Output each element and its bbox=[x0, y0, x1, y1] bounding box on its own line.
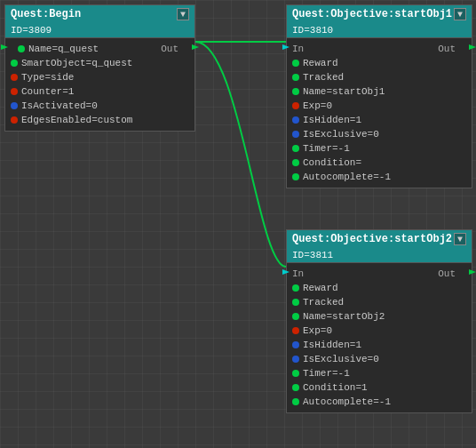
autocomplete-label-2: Autocomplete=-1 bbox=[303, 396, 391, 407]
field-name: Name=q_quest Out bbox=[5, 42, 194, 56]
svg-marker-3 bbox=[469, 44, 476, 50]
field-counter-label: Counter=1 bbox=[21, 86, 74, 97]
name-obj2-label: Name=startObj2 bbox=[303, 311, 385, 322]
quest-obj1-id: ID=3810 bbox=[287, 23, 472, 38]
dot-ishidden-1 bbox=[292, 116, 299, 124]
quest-obj2-node: Quest:Objective:startObj2 ▼ ID=3811 In O… bbox=[286, 229, 472, 413]
isexclusive-label-2: IsExclusive=0 bbox=[303, 354, 379, 364]
exp-label-1: Exp=0 bbox=[303, 100, 332, 111]
quest-begin-header: Quest:Begin ▼ bbox=[5, 5, 194, 23]
dot-isexclusive-1 bbox=[292, 131, 299, 138]
dot-isactivated bbox=[11, 102, 18, 109]
dot-condition-1 bbox=[292, 159, 299, 166]
dot-isexclusive-2 bbox=[292, 356, 299, 363]
quest-begin-menu-btn[interactable]: ▼ bbox=[177, 8, 189, 20]
out-label-2: Out bbox=[438, 268, 456, 279]
tracked-label-1: Tracked bbox=[303, 72, 344, 83]
field-type-label: Type=side bbox=[21, 72, 74, 83]
quest-obj1-menu-btn[interactable]: ▼ bbox=[454, 8, 466, 20]
quest-obj2-header: Quest:Objective:startObj2 ▼ bbox=[287, 230, 472, 248]
dot-name-obj1 bbox=[292, 88, 299, 95]
field-name-obj2: Name=startObj2 bbox=[287, 309, 472, 324]
quest-begin-id: ID=3809 bbox=[5, 23, 194, 38]
reward-label-1: Reward bbox=[303, 58, 338, 68]
quest-obj1-node: Quest:Objective:startObj1 ▼ ID=3810 In O… bbox=[286, 4, 472, 188]
dot-type bbox=[11, 74, 18, 81]
in-label-1: In bbox=[292, 44, 304, 54]
field-name-label: Name=q_quest bbox=[28, 44, 99, 54]
field-isactivated-label: IsActivated=0 bbox=[21, 100, 98, 111]
quest-obj2-body: In Out Reward Tracked Name=startObj2 Exp… bbox=[287, 263, 472, 412]
field-in-out-2: In Out bbox=[287, 267, 472, 281]
dot-name bbox=[18, 45, 25, 52]
field-isexclusive-2: IsExclusive=0 bbox=[287, 352, 472, 366]
quest-begin-title: Quest:Begin bbox=[11, 8, 81, 20]
dot-exp-2 bbox=[292, 327, 299, 334]
quest-obj1-body: In Out Reward Tracked Name=startObj1 Exp… bbox=[287, 38, 472, 188]
timer-label-1: Timer=-1 bbox=[303, 143, 350, 154]
field-counter: Counter=1 bbox=[5, 84, 194, 99]
quest-begin-body: Name=q_quest Out SmartObject=q_quest Typ… bbox=[5, 38, 194, 131]
dot-autocomplete-1 bbox=[292, 173, 299, 180]
quest-obj2-id: ID=3811 bbox=[287, 248, 472, 263]
field-exp-1: Exp=0 bbox=[287, 99, 472, 113]
field-condition-1: Condition= bbox=[287, 156, 472, 170]
field-tracked-1: Tracked bbox=[287, 70, 472, 84]
condition-label-1: Condition= bbox=[303, 157, 361, 168]
quest-obj1-header: Quest:Objective:startObj1 ▼ bbox=[287, 5, 472, 23]
exp-label-2: Exp=0 bbox=[303, 325, 332, 336]
svg-marker-5 bbox=[469, 269, 476, 275]
field-type: Type=side bbox=[5, 70, 194, 84]
condition-label-2: Condition=1 bbox=[303, 382, 368, 393]
field-isactivated: IsActivated=0 bbox=[5, 99, 194, 113]
field-edgesenabled: EdgesEnabled=custom bbox=[5, 113, 194, 127]
ishidden-label-1: IsHidden=1 bbox=[303, 115, 361, 125]
ishidden-label-2: IsHidden=1 bbox=[303, 340, 361, 350]
timer-label-2: Timer=-1 bbox=[303, 368, 350, 379]
field-isexclusive-1: IsExclusive=0 bbox=[287, 127, 472, 141]
field-autocomplete-2: Autocomplete=-1 bbox=[287, 395, 472, 409]
svg-marker-4 bbox=[282, 269, 290, 275]
dot-edgesenabled bbox=[11, 116, 18, 124]
svg-marker-2 bbox=[282, 44, 290, 50]
dot-name-obj2 bbox=[292, 313, 299, 320]
dot-timer-2 bbox=[292, 370, 299, 377]
dot-reward-2 bbox=[292, 284, 299, 292]
autocomplete-label-1: Autocomplete=-1 bbox=[303, 172, 391, 182]
dot-autocomplete-2 bbox=[292, 398, 299, 405]
field-timer-2: Timer=-1 bbox=[287, 366, 472, 380]
tracked-label-2: Tracked bbox=[303, 297, 344, 308]
reward-label-2: Reward bbox=[303, 283, 338, 293]
field-tracked-2: Tracked bbox=[287, 295, 472, 309]
field-smartobject: SmartObject=q_quest bbox=[5, 56, 194, 70]
field-reward-1: Reward bbox=[287, 56, 472, 70]
field-smartobject-label: SmartObject=q_quest bbox=[21, 58, 132, 68]
field-autocomplete-1: Autocomplete=-1 bbox=[287, 170, 472, 184]
quest-begin-node: Quest:Begin ▼ ID=3809 Name=q_quest Out S… bbox=[4, 4, 195, 132]
field-edgesenabled-label: EdgesEnabled=custom bbox=[21, 115, 132, 125]
dot-smartobject bbox=[11, 60, 18, 67]
dot-ishidden-2 bbox=[292, 341, 299, 348]
field-ishidden-2: IsHidden=1 bbox=[287, 338, 472, 352]
quest-obj1-title: Quest:Objective:startObj1 bbox=[292, 8, 452, 20]
svg-marker-1 bbox=[192, 44, 199, 50]
in-label-2: In bbox=[292, 268, 304, 279]
quest-obj2-menu-btn[interactable]: ▼ bbox=[454, 233, 466, 245]
isexclusive-label-1: IsExclusive=0 bbox=[303, 129, 379, 140]
out-label-1: Out bbox=[438, 44, 456, 54]
field-in-out-1: In Out bbox=[287, 42, 472, 56]
dot-condition-2 bbox=[292, 384, 299, 391]
dot-exp-1 bbox=[292, 102, 299, 109]
quest-obj2-title: Quest:Objective:startObj2 bbox=[292, 233, 452, 245]
out-label: Out bbox=[161, 44, 178, 54]
dot-timer-1 bbox=[292, 145, 299, 152]
dot-reward-1 bbox=[292, 60, 299, 67]
dot-tracked-2 bbox=[292, 299, 299, 306]
field-reward-2: Reward bbox=[287, 281, 472, 295]
name-obj1-label: Name=startObj1 bbox=[303, 86, 385, 97]
field-name-obj1: Name=startObj1 bbox=[287, 84, 472, 99]
field-timer-1: Timer=-1 bbox=[287, 141, 472, 156]
svg-marker-0 bbox=[1, 44, 8, 50]
field-condition-2: Condition=1 bbox=[287, 380, 472, 395]
field-exp-2: Exp=0 bbox=[287, 324, 472, 338]
